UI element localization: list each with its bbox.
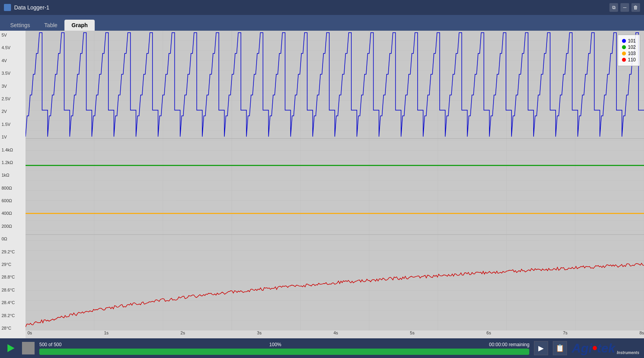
y-label-2v: 2V [2,109,24,114]
y-label-1v: 1V [2,135,24,139]
close-button[interactable]: 🗑 [631,3,640,12]
y-label-28c8: 28.8°C [2,275,24,279]
y-label-28c2: 28.2°C [2,313,24,318]
progress-bar-outer [39,349,529,355]
bottom-bar: 500 of 500 100% 00:00:00 remaining ▶ 📋 A… [0,338,644,358]
legend-label-101: 101 [628,38,636,44]
legend-dot-103 [622,52,626,55]
agitek-logo: Agi•tek Instruments [572,340,639,356]
title-bar: Data Logger-1 ⧉ ─ 🗑 [0,0,644,15]
y-label-3v5: 3.5V [2,71,24,76]
y-label-4v5: 4.5V [2,45,24,50]
y-label-1k4: 1.4kΩ [2,148,24,152]
x-label-4s: 4s [334,330,338,338]
progress-bar-inner [39,349,529,355]
x-label-6s: 6s [486,330,491,338]
progress-remaining: 00:00:00 remaining [489,342,530,347]
clipboard-button[interactable]: 📋 [553,341,567,355]
play-button[interactable] [5,342,17,354]
record-button[interactable]: ▶ [534,341,548,355]
app-title: Data Logger-1 [14,4,50,11]
logo-agi: Agi [572,341,592,356]
chart-area: 101 102 103 110 0s 1s 2s 3s 4s 5s 6s [26,31,644,338]
x-label-0s: 0s [28,330,32,338]
window-controls: ⧉ ─ 🗑 [609,3,640,12]
legend-dot-102 [622,45,626,49]
x-label-1s: 1s [104,330,109,338]
progress-percent: 100% [269,342,281,347]
x-axis-labels: 0s 1s 2s 3s 4s 5s 6s 7s 8s [26,330,644,338]
y-label-600: 600Ω [2,198,24,203]
y-label-200: 200Ω [2,224,24,229]
y-label-28c4: 28.4°C [2,300,24,305]
legend-102: 102 [622,44,636,50]
x-label-2s: 2s [180,330,185,338]
y-label-1k2: 1.2kΩ [2,160,24,165]
tab-table[interactable]: Table [37,20,64,31]
progress-info: 500 of 500 100% 00:00:00 remaining [39,342,529,347]
legend-label-102: 102 [628,44,636,50]
x-label-7s: 7s [563,330,568,338]
y-label-1k: 1kΩ [2,173,24,177]
legend-110: 110 [622,57,636,63]
legend-label-110: 110 [628,57,636,63]
legend-103: 103 [622,51,636,56]
x-label-5s: 5s [410,330,415,338]
y-label-29c: 29°C [2,262,24,267]
y-label-0: 0Ω [2,236,24,241]
legend-label-103: 103 [628,51,636,56]
y-label-3v: 3V [2,84,24,89]
tab-graph[interactable]: Graph [64,20,95,31]
x-label-3s: 3s [257,330,262,338]
main-chart-canvas [26,31,644,330]
logo-subtext: Instruments [617,351,639,355]
logo-tek: tek [597,341,615,356]
chart-legend: 101 102 103 110 [618,35,640,66]
stop-button[interactable] [22,342,35,354]
y-label-400: 400Ω [2,211,24,216]
y-label-1v5: 1.5V [2,122,24,127]
y-label-5v: 5V [2,33,24,37]
y-label-28c: 28°C [2,326,24,330]
y-axis: 5V 4.5V 4V 3.5V 3V 2.5V 2V 1.5V 1V 1.4kΩ… [0,31,26,338]
tab-bar: Settings Table Graph [0,15,644,31]
y-label-29c2: 29.2°C [2,249,24,254]
progress-count: 500 of 500 [39,342,62,347]
legend-101: 101 [622,38,636,44]
y-label-28c6: 28.6°C [2,288,24,292]
logo-dot: • [592,340,597,356]
legend-dot-110 [622,58,626,62]
main-content: 5V 4.5V 4V 3.5V 3V 2.5V 2V 1.5V 1V 1.4kΩ… [0,31,644,338]
y-label-800: 800Ω [2,186,24,190]
play-icon [7,344,15,352]
app-icon [4,4,11,11]
y-label-4v: 4V [2,58,24,63]
progress-container: 500 of 500 100% 00:00:00 remaining [39,342,529,355]
x-label-8s: 8s [639,330,644,338]
y-label-2v5: 2.5V [2,96,24,101]
tab-settings[interactable]: Settings [3,20,37,31]
minimize-button[interactable]: ─ [620,3,629,12]
legend-dot-101 [622,39,626,43]
restore-button[interactable]: ⧉ [609,3,618,12]
